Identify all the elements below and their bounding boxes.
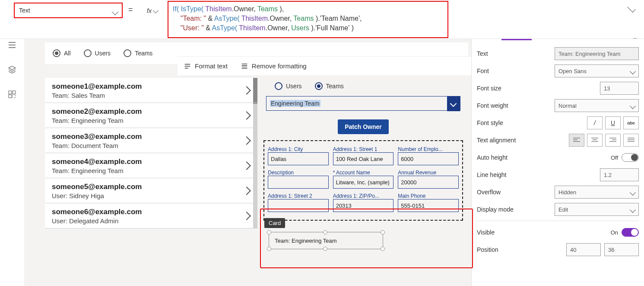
filter-teams[interactable]: Teams	[124, 49, 152, 57]
form-input[interactable]: 20313	[333, 199, 394, 212]
prop-lineheight-input[interactable]: 1.2	[600, 168, 639, 181]
svg-rect-3	[13, 95, 16, 98]
owner-type-radio-group: Users Teams	[257, 78, 469, 92]
format-text-button[interactable]: Format text	[184, 62, 228, 70]
prop-fontweight-label: Font weight	[477, 102, 555, 109]
prop-displaymode-label: Display mode	[477, 206, 555, 213]
align-justify-button[interactable]	[623, 134, 639, 147]
svg-rect-1	[13, 91, 16, 94]
list-item[interactable]: someone6@example.comUser: Delegated Admi…	[45, 203, 257, 228]
form-label: Account Name	[333, 167, 394, 176]
property-dropdown-text: Text	[19, 7, 30, 14]
form-label: Number of Emplo...	[398, 144, 459, 152]
components-icon[interactable]	[8, 90, 16, 100]
chevron-right-icon[interactable]	[242, 136, 251, 145]
formula-editor[interactable]: If( IsType( ThisItem.Owner, Teams ), "Te…	[168, 1, 448, 38]
owner-teams-radio[interactable]: Teams	[315, 82, 344, 90]
prop-autoheight-label: Auto height	[477, 154, 555, 161]
prop-overflow-dropdown[interactable]: Hidden	[555, 186, 639, 199]
form-input[interactable]: 100 Red Oak Lane	[333, 152, 394, 165]
patch-owner-button[interactable]: Patch Owner	[338, 119, 389, 134]
chevron-right-icon[interactable]	[242, 161, 251, 170]
prop-text-value[interactable]: Team: Engineering Team	[555, 47, 639, 60]
prop-font-dropdown[interactable]: Open Sans	[555, 64, 639, 77]
prop-visible-label: Visible	[477, 229, 555, 236]
form-label: Address 1: Street 2	[268, 190, 329, 199]
form-input[interactable]: Litware, Inc. (sample)	[333, 176, 394, 189]
chevron-right-icon[interactable]	[242, 186, 251, 195]
align-right-button[interactable]	[605, 134, 621, 147]
list-item[interactable]: someone2@example.comTeam: Engineering Te…	[45, 103, 257, 128]
equals-sign: =	[128, 5, 133, 14]
form-label: Address 1: Street 1	[333, 144, 394, 152]
autoheight-toggle[interactable]	[622, 153, 639, 162]
list-item[interactable]: someone4@example.comTeam: Engineering Te…	[45, 153, 257, 178]
chevron-right-icon[interactable]	[242, 212, 251, 220]
prop-position-x[interactable]: 40	[566, 243, 601, 256]
svg-rect-2	[9, 95, 12, 98]
form-input[interactable]	[268, 199, 329, 212]
list-item[interactable]: someone3@example.comTeam: Document Team	[45, 128, 257, 153]
strikethrough-button[interactable]: abc	[623, 116, 639, 129]
list-item[interactable]: someone1@example.comTeam: Sales Team	[45, 78, 257, 103]
form-input[interactable]: Dallas	[268, 152, 329, 165]
hamburger-icon[interactable]	[8, 41, 16, 51]
list-item[interactable]: someone5@example.comUser: Sidney Higa	[45, 178, 257, 203]
svg-rect-0	[9, 91, 12, 94]
property-dropdown[interactable]: Text	[14, 3, 123, 18]
tab-indicator	[501, 39, 532, 40]
gallery: someone1@example.comTeam: Sales Team som…	[45, 78, 257, 228]
format-toolbar: Format text Remove formatting	[178, 56, 471, 75]
align-left-button[interactable]	[569, 134, 584, 147]
owner-users-radio[interactable]: Users	[275, 82, 302, 90]
prop-displaymode-dropdown[interactable]: Edit	[555, 203, 639, 216]
card-tooltip: Card	[264, 218, 285, 228]
form-label: Description	[268, 167, 329, 176]
prop-position-label: Position	[477, 246, 555, 253]
form-label: Annual Revenue	[398, 167, 459, 176]
form-label: Main Phone	[398, 190, 459, 199]
remove-formatting-button[interactable]: Remove formatting	[241, 62, 307, 70]
italic-button[interactable]: /	[587, 116, 603, 129]
team-dropdown[interactable]: Engineering Team	[266, 96, 460, 111]
form-input[interactable]	[268, 176, 329, 189]
form-label: Address 1: ZIP/Po...	[333, 190, 394, 199]
prop-overflow-label: Overflow	[477, 189, 555, 196]
form-input[interactable]: 20000	[398, 176, 459, 189]
prop-lineheight-label: Line height	[477, 171, 555, 178]
chevron-right-icon[interactable]	[242, 86, 251, 95]
prop-fontweight-dropdown[interactable]: Normal	[555, 99, 639, 112]
prop-fontstyle-label: Font style	[477, 119, 555, 126]
form-label: Address 1: City	[268, 144, 329, 152]
edit-form: Address 1: CityDallas Address 1: Street …	[263, 140, 463, 221]
visible-toggle[interactable]	[622, 228, 639, 237]
fx-button[interactable]: fx	[140, 3, 164, 18]
left-nav-rail	[0, 39, 24, 286]
chevron-down-icon[interactable]	[447, 96, 460, 111]
prop-fontsize-input[interactable]: 13	[600, 82, 639, 95]
prop-text-label: Text	[477, 50, 555, 57]
layers-icon[interactable]	[8, 65, 16, 75]
form-input[interactable]: 555-0151	[398, 199, 459, 212]
chevron-right-icon[interactable]	[242, 111, 251, 120]
canvas-area: All Users Teams Format text Remove forma…	[24, 39, 471, 286]
align-center-button[interactable]	[587, 134, 603, 147]
prop-fontsize-label: Font size	[477, 85, 555, 92]
prop-position-y[interactable]: 36	[604, 243, 639, 256]
properties-panel: TextTeam: Engineering Team FontOpen Sans…	[471, 39, 644, 286]
prop-font-label: Font	[477, 67, 555, 74]
selected-card-text: Team: Engineering Team	[275, 238, 337, 244]
filter-all[interactable]: All	[53, 49, 71, 57]
underline-button[interactable]: U	[605, 116, 621, 129]
prop-align-label: Text alignment	[477, 137, 555, 144]
filter-users[interactable]: Users	[84, 49, 111, 57]
form-input[interactable]: 6000	[398, 152, 459, 165]
